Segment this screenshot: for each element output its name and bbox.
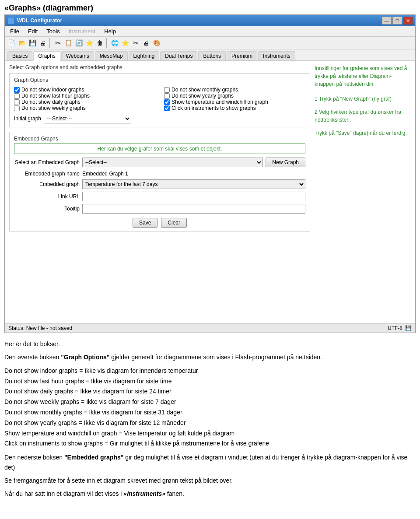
label-last-hour: Do not show last hour graphs (21, 93, 90, 99)
tab-buttons[interactable]: Buttons (198, 51, 226, 60)
menu-help[interactable]: Help (101, 27, 119, 35)
tab-bar: Basics Graphs Webcams MesoMap Lightning … (5, 49, 415, 61)
checkbox-indoor[interactable] (14, 87, 20, 93)
window-frame: WDL Configurator — □ ✕ File Edit Tools I… (4, 14, 416, 333)
checkbox-monthly[interactable] (164, 87, 170, 93)
body-intro: Her er det to bokser. (4, 339, 416, 349)
embedded-graph-select[interactable]: Temperature for the last 7 days (82, 179, 305, 189)
title-bar: WDL Configurator — □ ✕ (5, 15, 415, 26)
menu-bar: File Edit Tools Instrument Help (5, 26, 415, 37)
tab-graphs[interactable]: Graphs (33, 51, 60, 61)
embedded-graphs-title: Embedded Graphs (14, 136, 305, 142)
toolbar-print[interactable]: ✂ (53, 38, 63, 48)
options-col2: Do not show monthly graphs Do not show y… (164, 87, 305, 111)
option-click-instruments: Click on instruments to show graphs (164, 105, 305, 111)
menu-instrument: Instrument (65, 27, 99, 35)
checkbox-yearly[interactable] (164, 93, 170, 99)
label-windchill: Show temperature and windchill on graph (172, 99, 268, 105)
tab-lightning[interactable]: Lightning (129, 51, 160, 60)
main-hint: Innstillinger for grafene som vises ved … (315, 64, 411, 88)
toolbar-star[interactable]: ⭐ (84, 38, 94, 48)
tooltip-input[interactable] (82, 204, 305, 214)
embedded-name-row: Embedded graph name Embedded Graph 1 (14, 171, 305, 177)
checkbox-windchill[interactable] (164, 99, 170, 105)
toolbar-web[interactable]: 🌐 (110, 38, 119, 48)
tab-webcams[interactable]: Webcams (61, 51, 94, 60)
step1: 1 Trykk på "New Graph" (ny graf) (315, 95, 411, 103)
toolbar: 📄 📂 💾 🖨 ✂ 📋 🔄 ⭐ 🗑 🌐 ⭐ ✂ 🖨 🎨 (5, 37, 415, 49)
body-para1-rest: gjelder generelt for diagrammene som vis… (111, 354, 322, 361)
graph-options-box: Graph Options Do not show indoor graphs … (9, 73, 310, 127)
tab-basics[interactable]: Basics (7, 51, 32, 60)
embedded-graphs-box: Embedded Graphs Her kan du velge grafer … (9, 132, 310, 231)
tab-instruments[interactable]: Instruments (258, 51, 295, 60)
label-click-instruments: Click on instruments to show graphs (172, 105, 256, 111)
option-monthly: Do not show monthly graphs (164, 87, 305, 93)
italic-instruments: «Instruments» (123, 490, 165, 497)
toolbar-open[interactable]: 📂 (17, 38, 27, 48)
label-monthly: Do not show monthly graphs (172, 87, 238, 93)
toolbar-copy[interactable]: 📋 (63, 38, 73, 48)
maximize-button[interactable]: □ (392, 17, 402, 25)
app-icon (7, 17, 14, 24)
checkbox-weekly[interactable] (14, 105, 20, 111)
label-indoor: Do not show indoor graphs (21, 87, 84, 93)
option-windchill: Show temperature and windchill on graph (164, 99, 305, 105)
select-embedded-dropdown[interactable]: --Select-- (82, 158, 263, 167)
save-button[interactable]: Save (133, 218, 158, 228)
new-graph-button[interactable]: New Graph (266, 158, 305, 167)
menu-tools[interactable]: Tools (43, 27, 63, 35)
label-yearly: Do not show yearly graphs (172, 93, 234, 99)
step2: 2 Velg hvilken type graf du ønsker fra n… (315, 108, 411, 124)
label-daily: Do not show daily graphs (21, 99, 80, 105)
initial-graph-label: Initial graph (14, 116, 41, 122)
clear-button[interactable]: Clear (161, 218, 187, 228)
toolbar-save2[interactable]: 🖨 (38, 38, 48, 48)
minimize-button[interactable]: — (382, 17, 392, 25)
select-embedded-row: Select an Embedded Graph --Select-- New … (14, 158, 305, 167)
select-embedded-label: Select an Embedded Graph (14, 159, 80, 165)
toolbar-save[interactable]: 💾 (28, 38, 37, 48)
status-bar: Status: New file - not saved UTF-8 💾 (5, 323, 415, 333)
encoding-label: UTF-8 (388, 325, 402, 331)
tab-mesomap[interactable]: MesoMap (95, 51, 128, 60)
initial-graph-select[interactable]: ---Select--- (44, 114, 131, 123)
body-text: Her er det to bokser. Den øverste boksen… (0, 339, 420, 511)
link-url-row: Link URL (14, 192, 305, 201)
toolbar-print2[interactable]: 🖨 (141, 38, 151, 48)
title-bar-controls[interactable]: — □ ✕ (382, 17, 413, 25)
page-title: «Graphs» (diagrammer) (0, 0, 420, 14)
tab-premium[interactable]: Premium (227, 51, 257, 60)
right-panel: Innstillinger for grafene som vises ved … (315, 64, 411, 320)
tooltip-label: Tooltip (14, 206, 80, 212)
body-para3: Den nederste boksen "Embedded graphs" gi… (4, 452, 416, 472)
option-indoor: Do not show indoor graphs (14, 87, 155, 93)
body-para2: Do not show indoor graphs = Ikke vis dia… (4, 366, 416, 449)
body-para5: Når du har satt inn et diagram vil det v… (4, 489, 416, 498)
body-para1: Den øverste boksen "Graph Options" gjeld… (4, 352, 416, 362)
window-title: WDL Configurator (17, 18, 62, 24)
checkbox-daily[interactable] (14, 99, 20, 105)
toolbar-delete[interactable]: 🗑 (95, 38, 105, 48)
option-weekly: Do not show weekly graphs (14, 105, 155, 111)
embedded-hint: Her kan du velge grafer som skal vises s… (14, 144, 305, 154)
checkbox-last-hour[interactable] (14, 93, 20, 99)
label-weekly: Do not show weekly graphs (21, 105, 86, 111)
toolbar-sep1 (49, 38, 51, 48)
toolbar-new[interactable]: 📄 (7, 38, 16, 48)
embedded-graph-label: Embedded graph (14, 181, 80, 187)
checkbox-click-instruments[interactable] (164, 105, 170, 111)
option-last-hour: Do not show last hour graphs (14, 93, 155, 99)
toolbar-paste[interactable]: 🔄 (74, 38, 84, 48)
link-url-input[interactable] (82, 192, 305, 201)
toolbar-color[interactable]: 🎨 (152, 38, 161, 48)
toolbar-cut[interactable]: ✂ (131, 38, 140, 48)
menu-file[interactable]: File (7, 27, 23, 35)
options-col1: Do not show indoor graphs Do not show la… (14, 87, 155, 111)
save-status-icon: 💾 (405, 325, 412, 331)
toolbar-star2[interactable]: ⭐ (120, 38, 130, 48)
menu-edit[interactable]: Edit (24, 27, 41, 35)
action-buttons: Save Clear (14, 218, 305, 228)
tab-dual-temps[interactable]: Dual Temps (160, 51, 197, 60)
close-button[interactable]: ✕ (403, 17, 413, 25)
